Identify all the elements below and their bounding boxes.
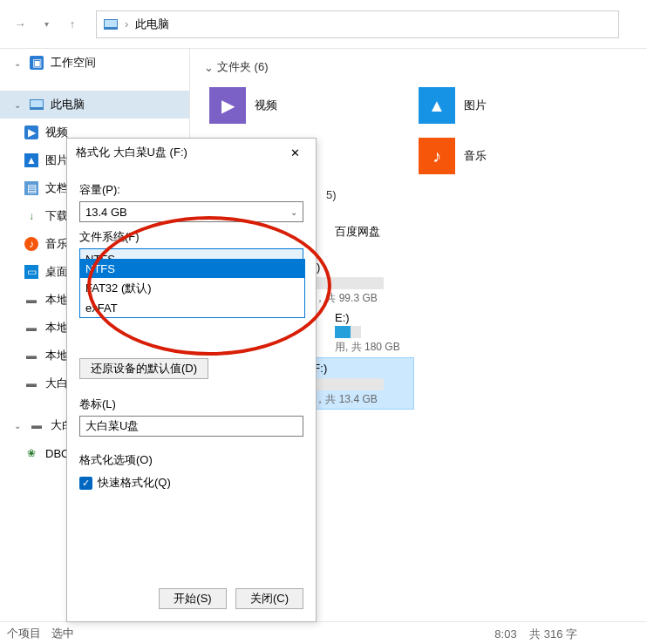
sidebar-item-workspace[interactable]: ⌄▣工作空间 [0,49,189,77]
chevron-right-icon: › [125,17,128,31]
start-button[interactable]: 开始(S) [159,588,227,609]
chevron-down-icon: ⌄ [290,207,297,217]
tile-label: 音乐 [464,148,617,164]
chevron-down-icon: ⌄ [14,421,23,430]
quick-format-checkbox[interactable]: ✓快速格式化(Q) [79,475,303,491]
tile-pictures[interactable]: ▲图片 [413,80,623,131]
footer-words: 共 316 字 [529,627,577,641]
dialog-titlebar[interactable]: 格式化 大白菜U盘 (F:) ✕ [67,139,316,166]
document-icon: ▤ [24,181,38,195]
folders-header[interactable]: ⌄文件夹 (6) [204,59,647,75]
close-dialog-button[interactable]: 关闭(C) [235,588,303,609]
close-button[interactable]: ✕ [283,140,307,165]
pc-icon [30,99,44,110]
workspace-icon: ▣ [30,56,44,70]
dropdown-option-exfat[interactable]: exFAT [80,299,304,317]
volume-label-label: 卷标(L) [79,397,303,412]
usage-bar [335,326,361,338]
tile-label: E:) [335,311,443,324]
sidebar-item-thispc[interactable]: ⌄此电脑 [0,91,189,119]
forward-disabled: ▾ [37,15,56,34]
status-items: 个项目 [7,626,41,641]
chevron-down-icon: ⌄ [14,100,23,110]
drives-count: 5) [326,188,337,201]
footer-time: 8:03 [494,627,516,641]
tile-label: 百度网盘 [335,224,443,240]
checkbox-checked-icon: ✓ [79,477,92,490]
video-icon: ▶ [24,125,38,139]
disk-icon: ▬ [24,293,38,307]
filesystem-label: 文件系统(F) [79,229,303,245]
picture-icon: ▲ [24,153,38,167]
tile-subtext: 用, 共 180 GB [335,340,443,355]
tile-videos[interactable]: ▶视频 [204,80,413,131]
filesystem-dropdown: NTFS FAT32 (默认) exFAT [79,259,305,318]
dropdown-option-ntfs[interactable]: NTFS [80,260,304,278]
dialog-title: 格式化 大白菜U盘 (F:) [76,145,187,160]
tile-label: 视频 [255,98,408,113]
disk-icon: ▬ [24,321,38,335]
restore-defaults-button[interactable]: 还原设备的默认值(D) [79,358,208,379]
breadcrumb-location: 此电脑 [135,17,169,32]
up-button[interactable]: ↑ [63,15,82,34]
music-icon: ♪ [24,237,38,251]
disk-icon: ▬ [24,349,38,363]
folders-header-text: 文件夹 (6) [217,59,269,75]
capacity-label: 容量(P): [79,182,303,198]
usb-icon: ▬ [24,376,38,390]
music-icon: ♪ [419,138,455,174]
tile-music[interactable]: ♪音乐 [413,131,623,181]
toolbar: → ▾ ↑ › 此电脑 [0,0,647,49]
status-selected: 选中 [51,626,74,641]
sidebar-item-label: 图片 [45,153,68,168]
format-dialog: 格式化 大白菜U盘 (F:) ✕ 容量(P): 13.4 GB⌄ 文件系统(F)… [66,138,317,622]
sidebar-item-label: 音乐 [45,236,68,252]
dialog-body: 容量(P): 13.4 GB⌄ 文件系统(F) NTFS⌄ 还原设备的默认值(D… [67,166,316,499]
capacity-combo[interactable]: 13.4 GB⌄ [79,201,303,222]
sidebar-item-label: 下载 [45,208,68,224]
chevron-down-icon: ⌄ [204,61,214,74]
tile-label: 图片 [464,98,617,113]
picture-icon: ▲ [419,87,455,124]
sidebar-item-label: 此电脑 [51,97,85,112]
format-options-label: 格式化选项(O) [79,452,303,468]
dropdown-option-fat32[interactable]: FAT32 (默认) [80,278,304,299]
checkbox-label: 快速格式化(Q) [98,475,171,491]
combo-value: 13.4 GB [85,206,127,219]
back-button[interactable]: → [10,15,30,34]
sidebar-item-label: 桌面 [45,264,68,280]
volume-label-input[interactable] [79,416,303,437]
usb-icon: ▬ [30,418,44,432]
desktop-icon: ▭ [24,265,38,279]
video-icon: ▶ [209,87,246,124]
pc-icon [104,19,118,30]
sidebar-item-label: 视频 [45,125,68,140]
dialog-buttons: 开始(S) 关闭(C) [159,588,303,609]
sidebar-item-label: 文档 [45,180,68,196]
close-icon: ✕ [290,146,300,159]
chevron-down-icon: ⌄ [14,58,23,68]
sidebar-item-label: 工作空间 [51,55,96,71]
download-icon: ↓ [24,209,38,223]
page-footer: 8:03 共 316 字 [494,627,577,642]
folder-icon: ❀ [24,446,38,460]
breadcrumb[interactable]: › 此电脑 [96,10,619,38]
